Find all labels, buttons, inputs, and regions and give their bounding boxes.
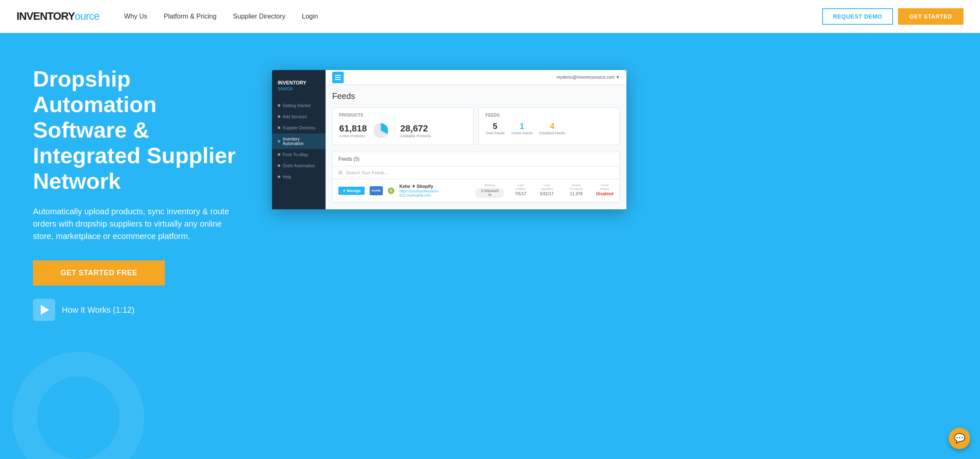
feed-status-label: Feed Status — [596, 183, 614, 191]
available-products-label: Available Products — [400, 134, 431, 138]
nav-supplier-directory[interactable]: Supplier Directory — [233, 13, 285, 20]
disabled-feeds-label: Disabled Feeds — [539, 131, 565, 135]
active-products-meta-value: 11,978 — [565, 192, 588, 196]
hero-title: Dropship Automation Software & Integrate… — [33, 66, 256, 194]
get-started-free-button[interactable]: GET STARTED FREE — [33, 260, 165, 286]
last-updated-value: 5/31/17 — [537, 192, 556, 196]
nav-login[interactable]: Login — [302, 13, 318, 20]
feed-name: Kehe ✦ Shopify — [399, 184, 471, 189]
active-products-meta: Active Products 11,978 — [565, 183, 588, 198]
hero-watermark-circle — [12, 352, 144, 459]
hero-section: Dropship Automation Software & Integrate… — [0, 33, 980, 459]
products-card-body: 61,818 Active Products 2 — [339, 122, 467, 140]
active-feeds-stat: 1 Active Feeds — [511, 122, 533, 135]
how-it-works-link[interactable]: How It Works (1:12) — [33, 299, 256, 321]
hamburger-line — [335, 79, 341, 80]
how-it-works-label: How It Works (1:12) — [62, 305, 134, 315]
active-feeds-label: Active Feeds — [511, 131, 533, 135]
disabled-feeds-stat: 4 Disabled Feeds — [539, 122, 565, 135]
active-feeds-count: 1 — [511, 122, 533, 131]
feeds-search-placeholder[interactable]: Search Your Feeds... — [346, 170, 388, 175]
kehe-logo: KeHE — [370, 186, 383, 195]
app-screenshot: INVENTORYsource Getting Started Add Serv… — [272, 70, 626, 209]
active-products-count: 61,818 — [339, 123, 367, 134]
logo[interactable]: INVENTORYOurce — [16, 10, 99, 23]
app-main: mydemo@inventorysource.com ▼ Feeds Produ… — [326, 70, 626, 209]
play-triangle-icon — [41, 305, 49, 315]
feed-info: Kehe ✦ Shopify https://yourturnkeystore-… — [399, 184, 471, 197]
sidebar-item-push-to-ebay[interactable]: Push To eBay — [272, 149, 326, 160]
total-feeds-stat: 5 Total Feeds — [485, 122, 505, 135]
feeds-card-header: Feeds — [485, 113, 613, 117]
sidebar-item-add-services[interactable]: Add Services — [272, 111, 326, 122]
feed-meta: Markup 0 Discount % Last Edited 7/5/17 L… — [476, 183, 614, 198]
markup-meta: Markup 0 Discount % — [476, 183, 504, 198]
feeds-stat-card: Feeds 5 Total Feeds 1 Active Feeds — [478, 108, 620, 145]
sidebar-dot-icon — [278, 126, 280, 129]
app-topbar: mydemo@inventorysource.com ▼ — [326, 70, 626, 85]
total-feeds-count: 5 — [485, 122, 505, 131]
markup-value: 0 Discount % — [476, 188, 504, 198]
active-products-stat: 61,818 Active Products — [339, 123, 367, 138]
last-edited-value: 7/5/17 — [512, 192, 529, 196]
available-products-stat: 28,672 Available Products — [400, 123, 431, 138]
sidebar-item-order-automation[interactable]: Order Automation — [272, 160, 326, 171]
products-stat-card: Products 61,818 Active Products — [332, 108, 474, 145]
hamburger-menu-button[interactable] — [332, 72, 344, 83]
nav-why-us[interactable]: Why Us — [124, 13, 147, 20]
kehe-text: KeHE — [372, 189, 380, 192]
shopify-icon: S — [388, 187, 394, 194]
app-content: Feeds Products 61,818 Active Products — [326, 85, 626, 209]
last-updated-meta: Last Updated 5/31/17 — [537, 183, 556, 198]
last-edited-label: Last Edited — [512, 183, 529, 191]
logo-o: O — [75, 10, 80, 22]
products-pie-chart — [372, 122, 390, 140]
chat-icon: 💬 — [954, 433, 965, 444]
nav-actions: REQUEST DEMO GET STARTED — [822, 8, 964, 25]
logo-inventory: INVENTORY — [16, 10, 75, 23]
hero-subtitle: Automatically upload products, sync inve… — [33, 205, 231, 242]
stat-divider — [395, 122, 395, 139]
active-products-meta-label: Active Products — [565, 183, 588, 191]
manage-button[interactable]: ✦ Manage — [338, 187, 365, 195]
app-sidebar: INVENTORYsource Getting Started Add Serv… — [272, 70, 326, 209]
app-page-title: Feeds — [332, 91, 620, 101]
play-button[interactable] — [33, 299, 55, 321]
products-card-header: Products — [339, 113, 467, 117]
search-icon: ⊞ — [338, 170, 342, 176]
sidebar-dot-active-icon — [278, 140, 280, 143]
feeds-section: Feeds (5) ⊞ Search Your Feeds... ✦ Manag… — [332, 152, 620, 203]
active-products-label: Active Products — [339, 134, 367, 138]
sidebar-item-getting-started[interactable]: Getting Started — [272, 100, 326, 111]
nav-platform-pricing[interactable]: Platform & Pricing — [164, 13, 216, 20]
last-updated-label: Last Updated — [537, 183, 556, 191]
feeds-section-title: Feeds (5) — [333, 152, 619, 166]
get-started-nav-button[interactable]: GET STARTED — [898, 8, 964, 25]
shopify-badge: S — [388, 187, 394, 194]
hero-right: INVENTORYsource Getting Started Add Serv… — [272, 70, 955, 209]
navbar: INVENTORYOurce Why Us Platform & Pricing… — [0, 0, 980, 33]
sidebar-dot-icon — [278, 153, 280, 156]
hero-left: Dropship Automation Software & Integrate… — [33, 58, 256, 321]
hamburger-line — [335, 77, 341, 78]
stats-row: Products 61,818 Active Products — [332, 108, 620, 145]
feed-row: ✦ Manage KeHE S Kehe ✦ Shopify — [333, 179, 619, 202]
disabled-feeds-count: 4 — [539, 122, 565, 131]
sidebar-dot-icon — [278, 176, 280, 178]
sidebar-item-help[interactable]: Help — [272, 171, 326, 183]
hamburger-line — [335, 75, 341, 76]
sidebar-item-supplier-directory[interactable]: Supplier Directory — [272, 122, 326, 133]
sidebar-dot-icon — [278, 164, 280, 167]
feeds-search-bar: ⊞ Search Your Feeds... — [333, 166, 619, 179]
user-email: mydemo@inventorysource.com ▼ — [557, 75, 620, 80]
total-feeds-label: Total Feeds — [485, 131, 505, 135]
sidebar-item-inventory-automation[interactable]: Inventory Automation — [272, 133, 326, 149]
app-sidebar-logo: INVENTORYsource — [272, 77, 326, 100]
request-demo-button[interactable]: REQUEST DEMO — [822, 8, 893, 25]
logo-source: Ource — [75, 10, 99, 23]
sidebar-dot-icon — [278, 115, 280, 118]
last-edited-meta: Last Edited 7/5/17 — [512, 183, 529, 198]
chat-bubble-button[interactable]: 💬 — [949, 428, 970, 449]
feeds-card-body: 5 Total Feeds 1 Active Feeds 4 Disabled … — [485, 122, 613, 135]
feed-url: https://yourturnkeystore-622.myshopify.c… — [399, 189, 471, 197]
